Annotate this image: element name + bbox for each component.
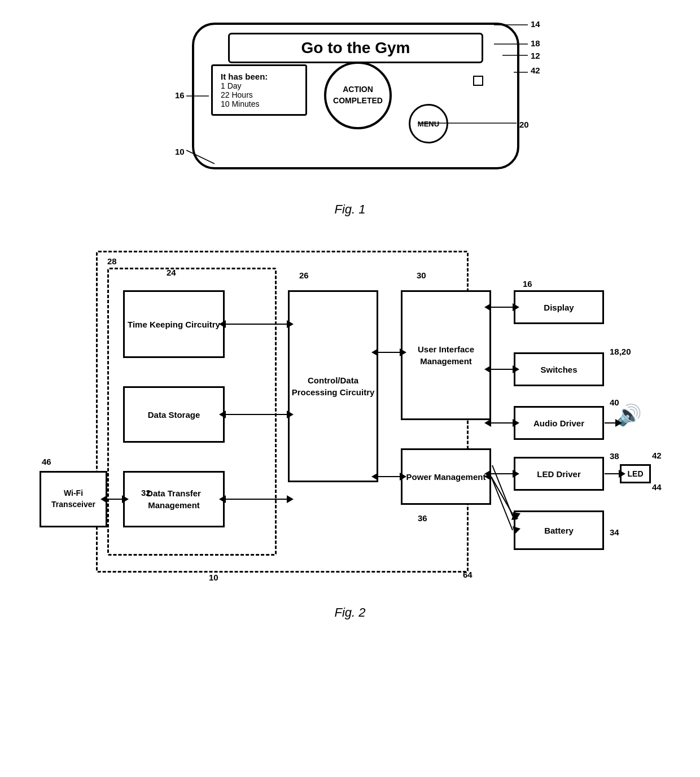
wifi-box: Wi-Fi Transceiver bbox=[40, 471, 107, 527]
battery-box: Battery bbox=[514, 510, 604, 550]
time-keeping-box: Time Keeping Circuitry bbox=[123, 290, 225, 358]
status-line2: 22 Hours bbox=[221, 90, 298, 99]
led-indicator bbox=[473, 76, 483, 86]
ref-20: 20 bbox=[519, 120, 529, 129]
ref2-18-20: 18,20 bbox=[610, 347, 631, 356]
ref2-32: 32 bbox=[141, 488, 151, 497]
ref2-64: 64 bbox=[463, 570, 473, 579]
power-management-box: Power Management bbox=[401, 448, 491, 505]
led-box: LED bbox=[620, 464, 651, 483]
ref2-10: 10 bbox=[209, 573, 218, 582]
svg-line-35 bbox=[491, 477, 513, 530]
data-storage-box: Data Storage bbox=[123, 386, 225, 443]
ref-14: 14 bbox=[531, 19, 540, 29]
device-status-box: It has been: 1 Day 22 Hours 10 Minutes bbox=[211, 64, 307, 116]
action-circle: ACTION COMPLETED bbox=[324, 62, 392, 129]
ref2-38: 38 bbox=[610, 451, 619, 461]
data-transfer-box: Data Transfer Management bbox=[123, 471, 225, 527]
speaker-icon: 🔊 bbox=[616, 403, 642, 427]
ref-12: 12 bbox=[531, 51, 540, 60]
switches-box: Switches bbox=[514, 352, 604, 386]
device-body: Go to the Gym It has been: 1 Day 22 Hour… bbox=[192, 23, 519, 169]
ref-42: 42 bbox=[531, 66, 540, 75]
fig2-container: Time Keeping Circuitry Data Storage Data… bbox=[40, 239, 660, 601]
fig1-container: Go to the Gym It has been: 1 Day 22 Hour… bbox=[158, 17, 542, 198]
menu-button[interactable]: MENU bbox=[409, 104, 448, 143]
ref2-42: 42 bbox=[652, 451, 662, 460]
audio-driver-box: Audio Driver bbox=[514, 406, 604, 440]
svg-marker-30 bbox=[484, 419, 491, 427]
svg-line-39 bbox=[492, 465, 513, 516]
ref2-28: 28 bbox=[107, 256, 117, 266]
ref2-36: 36 bbox=[418, 513, 427, 523]
user-interface-box: User Interface Management bbox=[401, 290, 491, 420]
fig2-caption: Fig. 2 bbox=[334, 605, 365, 620]
ref-16: 16 bbox=[175, 90, 185, 100]
display-box: Display bbox=[514, 290, 604, 324]
ref2-46: 46 bbox=[42, 457, 51, 466]
ref-18: 18 bbox=[531, 38, 540, 48]
ref2-16: 16 bbox=[523, 279, 532, 289]
svg-line-48 bbox=[491, 477, 514, 516]
svg-line-38 bbox=[491, 477, 513, 530]
ref2-40: 40 bbox=[610, 398, 619, 407]
status-line3: 10 Minutes bbox=[221, 99, 298, 108]
ref2-34: 34 bbox=[610, 527, 619, 537]
fig1-caption: Fig. 1 bbox=[334, 202, 365, 217]
led-driver-box: LED Driver bbox=[514, 457, 604, 491]
fig2-section: Time Keeping Circuitry Data Storage Data… bbox=[0, 234, 700, 648]
ref2-26: 26 bbox=[299, 270, 309, 280]
ref2-30: 30 bbox=[417, 270, 426, 280]
fig1-section: Go to the Gym It has been: 1 Day 22 Hour… bbox=[0, 0, 700, 234]
status-line1: 1 Day bbox=[221, 81, 298, 90]
device-title: Go to the Gym bbox=[228, 33, 483, 63]
ref2-44: 44 bbox=[652, 482, 662, 492]
control-data-box: Control/Data Processing Circuitry bbox=[288, 290, 378, 482]
status-label: It has been: bbox=[221, 72, 298, 81]
ref2-24: 24 bbox=[167, 268, 176, 277]
ref-10: 10 bbox=[175, 147, 185, 156]
